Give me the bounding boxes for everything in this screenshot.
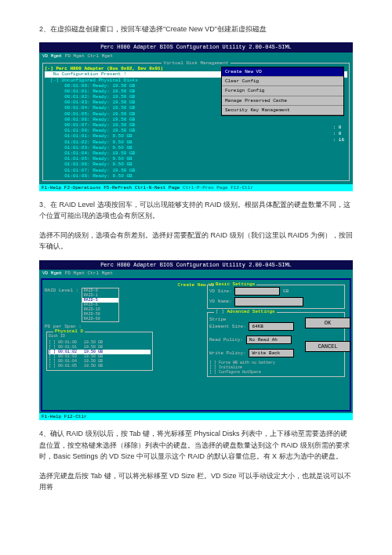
footer-bar-2: F1-Help F12-Ctlr [39,413,353,420]
terminal-body: Virtual Disk Management [-] Perc H800 Ad… [39,60,353,184]
stripe-label: Stripe Element Size: [209,317,246,329]
popup-item[interactable]: Foreign Config [222,86,343,96]
terminal-body-2: Create New VD RAID Level : RAID-0RAID-1R… [39,277,353,413]
popup-item[interactable]: Create New VD [222,67,343,77]
step3-text-1: 3、在 RAID Level 选项按回车，可以出现能够支持的 RAID 级别。根… [39,199,353,222]
physical-disks-group: Physical D Disk ID [ ] 00:01:00 19.50 GB… [46,332,153,371]
pd-list[interactable]: [ ] 00:01:00 19.50 GB[ ] 00:01:01 19.50 … [49,340,151,368]
screenshot-1: Perc H800 Adapter BIOS Configuration Uti… [39,42,353,191]
disk-row[interactable]: 01:01:01: Ready: 9.50 GB [45,133,347,139]
diskid-header: Disk ID [49,334,151,339]
menu-rest: PD Mgmt Ctrl Mgmt [62,53,113,59]
cancel-button[interactable]: CANCEL [305,341,350,352]
vdm-box: Virtual Disk Management [-] Perc H800 Ad… [42,63,350,181]
write-options[interactable]: [ ] Force WB with no battery [ ] Initial… [209,361,305,375]
vdsize-field[interactable] [234,287,280,296]
basic-settings-group: Basic Settings VD Size: GB VD Name: [207,285,345,308]
screenshot-2: Perc H800 Adapter BIOS Configuration Uti… [39,260,353,421]
vdm-title: Virtual Disk Management [162,60,231,66]
disk-row[interactable]: 00:01:06: Ready: 19.50 GB [45,117,347,122]
disk-row[interactable]: 01:01:02: Ready: 9.50 GB [45,140,347,145]
disk-row[interactable]: 01:01:00: Ready: 19.50 GB [45,128,347,133]
raid-option[interactable]: RAID-60 [82,317,118,321]
advanced-settings-group: [ ] Advanced Settings Stripe Element Siz… [207,312,345,378]
raid-level-label: RAID Level : [45,288,78,293]
side-counts: : 0 : 0 : 16 [333,125,344,143]
disk-row[interactable]: 01:01:04: Ready: 19.50 GB [45,151,347,156]
step2-text: 2、在虚拟磁盘创建窗口，按回车键选择"Create New VD"创建新虚拟磁盘 [39,24,353,34]
menu-vd[interactable]: VD Mgmt [42,53,62,59]
pd-row[interactable]: [ ] 00:01:05 19.50 GB [49,364,151,368]
footer-bar-1: F1-Help F2-Operations F5-Refresh Ctrl-N-… [39,184,353,191]
step4-text-2: 选择完硬盘后按 Tab 键，可以将光标移至 VD Size 栏。VD Size … [39,470,353,493]
menu-bar-2: VD Mgmt PD Mgmt Ctrl Mgmt [39,270,353,277]
menu-bar: VD Mgmt PD Mgmt Ctrl Mgmt [39,53,353,60]
adv-settings-title: Advanced Settings [227,309,274,314]
popup-item[interactable]: Security Key Management [222,106,343,115]
menu-vd-2[interactable]: VD Mgmt [42,270,62,276]
disk-row[interactable]: 01:01:03: Ready: 9.50 GB [45,145,347,151]
disk-row[interactable]: 01:01:05: Ready: 9.50 GB [45,156,347,161]
create-vd-panel: Create New VD RAID Level : RAID-0RAID-1R… [41,278,351,412]
disk-row[interactable]: 01:01:07: Ready: 19.50 GB [45,168,347,173]
write-policy-field[interactable]: Write Back [249,349,294,357]
raid-level-dropdown[interactable]: RAID-0RAID-1RAID-5RAID-6RAID-10RAID-50RA… [82,288,119,322]
vdname-field[interactable] [234,297,303,306]
physical-disks-title: Physical D [53,328,85,334]
write-policy-label: Write Policy: [209,350,246,356]
step3-text-2: 选择不同的级别，选项会有所差别。选择好需要配置的 RAID 级别（我们这里以 R… [39,230,353,252]
ok-button[interactable]: OK [305,317,350,328]
context-popup: Create New VDClear ConfigForeign ConfigM… [221,67,344,116]
step4-text-1: 4、确认 RAID 级别以后，按 Tab 键，将光标移至 Physical Di… [39,428,353,462]
vdname-label: VD Name: [209,299,232,304]
window-title-2: Perc H800 Adapter BIOS Configuration Uti… [39,260,353,270]
popup-item[interactable]: Clear Config [222,77,343,86]
read-policy-label: Read Policy: [209,337,243,343]
window-title: Perc H800 Adapter BIOS Configuration Uti… [39,42,353,52]
basic-settings-title: Basic Settings [214,281,256,287]
vdsize-label: VD Size: [209,288,232,294]
right-column: Basic Settings VD Size: GB VD Name: [ ] … [205,283,347,379]
popup-item[interactable]: Manage Preserved Cache [222,96,343,106]
disk-row[interactable]: 01:01:08: Ready: 9.50 GB [45,173,347,179]
disk-row[interactable]: 01:01:06: Ready: 9.50 GB [45,161,347,167]
read-policy-field[interactable]: No Read Ah [246,336,292,344]
disk-row[interactable]: 00:01:07: Ready: 19.50 GB [45,122,347,128]
stripe-field[interactable]: 64KB [249,322,294,331]
